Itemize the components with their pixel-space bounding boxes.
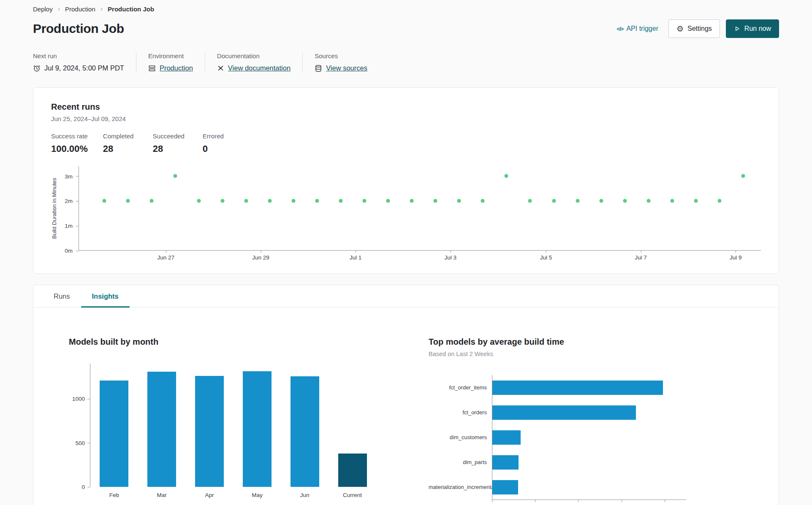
- run-duration-point[interactable]: [434, 199, 437, 203]
- run-duration-point[interactable]: [173, 174, 177, 178]
- run-duration-point[interactable]: [315, 199, 319, 203]
- bar-track: [492, 375, 686, 400]
- run-duration-point[interactable]: [457, 199, 461, 203]
- run-duration-point[interactable]: [363, 199, 367, 203]
- model-label: dim_customers: [429, 434, 492, 440]
- run-now-button[interactable]: Run now: [726, 19, 779, 38]
- run-duration-point[interactable]: [646, 199, 650, 203]
- stat-label: Errored: [203, 132, 237, 140]
- alarm-clock-icon: [33, 65, 41, 72]
- models-by-month-plot: FebMarAprMayJunCurrent: [90, 364, 376, 487]
- environment-label: Environment: [148, 52, 193, 59]
- bar-track: [492, 400, 686, 425]
- api-trigger-label: API trigger: [626, 25, 658, 32]
- run-duration-point[interactable]: [552, 199, 556, 203]
- y-tick-label: 1000: [72, 396, 85, 402]
- run-duration-point[interactable]: [102, 199, 106, 203]
- x-tick-label: Jul 1: [350, 254, 362, 261]
- chevron-right-icon: ›: [100, 5, 103, 13]
- run-duration-point[interactable]: [576, 199, 579, 203]
- breadcrumb: Deploy › Production › Production Job: [33, 5, 779, 13]
- models-by-month-chart: 05001000 FebMarAprMayJunCurrent: [69, 364, 390, 487]
- stat-value: 28: [153, 143, 187, 154]
- breadcrumb-item-production[interactable]: Production: [65, 5, 95, 13]
- month-bar-current: [338, 454, 367, 487]
- bar-track: [492, 475, 686, 500]
- stat-errored: Errored 0: [203, 132, 237, 154]
- run-duration-point[interactable]: [149, 199, 153, 203]
- category-label: Feb: [109, 492, 119, 498]
- run-duration-point[interactable]: [481, 199, 485, 203]
- gear-icon: ⚙: [676, 25, 684, 33]
- run-duration-point[interactable]: [670, 199, 674, 203]
- run-duration-point[interactable]: [694, 199, 698, 203]
- settings-button[interactable]: ⚙ Settings: [668, 19, 720, 38]
- run-duration-ylabel: Build Duration in Minutes: [51, 166, 57, 251]
- run-duration-point[interactable]: [220, 199, 224, 203]
- y-tick-label: 0m: [65, 248, 73, 254]
- run-duration-point[interactable]: [599, 199, 603, 203]
- run-duration-point[interactable]: [244, 199, 248, 203]
- environment-info: Environment Production: [136, 52, 205, 72]
- view-sources-link[interactable]: View sources: [326, 64, 367, 72]
- top-models-title: Top models by average build time: [429, 337, 758, 347]
- month-bar-apr: [195, 376, 224, 487]
- run-duration-point[interactable]: [339, 199, 343, 203]
- run-duration-yticks: 0m1m2m3m: [59, 166, 79, 251]
- play-icon: [734, 25, 741, 32]
- breadcrumb-item-production-job: Production Job: [108, 5, 154, 13]
- build-time-bar-dim_customers: [492, 430, 521, 445]
- run-duration-point[interactable]: [197, 199, 201, 203]
- category-label: May: [252, 492, 263, 498]
- build-time-bar-dim_parts: [492, 455, 519, 470]
- tab-bar: Runs Insights: [33, 285, 779, 308]
- environment-link[interactable]: Production: [160, 64, 193, 72]
- tab-insights[interactable]: Insights: [81, 285, 130, 307]
- run-duration-point[interactable]: [410, 199, 414, 203]
- model-label: fct_order_items: [429, 384, 492, 391]
- build-time-bar-fct_orders: [492, 405, 636, 420]
- y-tick-label: 500: [75, 440, 85, 446]
- model-label: fct_orders: [429, 409, 492, 416]
- run-duration-point[interactable]: [623, 199, 627, 203]
- page: Deploy › Production › Production Job Pro…: [0, 0, 812, 505]
- y-tick-label: 0: [81, 484, 85, 490]
- month-bar-feb: [100, 381, 128, 487]
- stat-label: Success rate: [51, 132, 88, 140]
- y-tick-label: 3m: [65, 173, 73, 179]
- next-run-info: Next run Jul 9, 2024, 5:00 PM PDT: [33, 52, 136, 72]
- api-trigger-link[interactable]: </> API trigger: [617, 25, 658, 32]
- header-actions: </> API trigger ⚙ Settings Run now: [617, 19, 779, 38]
- bar-track: [492, 425, 686, 450]
- recent-runs-card: Recent runs Jun 25, 2024–Jul 09, 2024 Su…: [33, 87, 779, 274]
- tab-runs[interactable]: Runs: [43, 285, 81, 307]
- sources-label: Sources: [315, 52, 367, 59]
- insights-panel: Models built by month 05001000 FebMarApr…: [33, 308, 779, 505]
- top-models-section: Top models by average build time Based o…: [390, 337, 758, 505]
- run-duration-point[interactable]: [741, 174, 745, 178]
- model-row: dim_customers: [429, 425, 686, 450]
- y-tick-label: 2m: [65, 198, 73, 204]
- model-row: fct_orders: [429, 400, 686, 425]
- x-tick-label: Jul 7: [635, 254, 647, 261]
- run-duration-point[interactable]: [386, 199, 390, 203]
- run-duration-plot: [79, 166, 761, 251]
- top-models-subtitle: Based on Last 2 Weeks: [429, 351, 758, 357]
- run-duration-point[interactable]: [126, 199, 130, 203]
- run-duration-chart: Build Duration in Minutes 0m1m2m3m Jun 2…: [51, 166, 761, 263]
- stat-label: Succeeded: [153, 132, 187, 140]
- run-duration-point[interactable]: [292, 199, 296, 203]
- page-title: Production Job: [33, 22, 124, 36]
- breadcrumb-item-deploy[interactable]: Deploy: [33, 5, 53, 13]
- run-duration-point[interactable]: [268, 199, 272, 203]
- documentation-icon: [217, 65, 224, 72]
- model-row: materialization_incremental: [429, 475, 686, 500]
- category-label: Apr: [205, 492, 214, 498]
- run-duration-point[interactable]: [717, 199, 721, 203]
- top-models-rows: fct_order_itemsfct_ordersdim_customersdi…: [429, 375, 686, 500]
- top-models-chart: fct_order_itemsfct_ordersdim_customersdi…: [429, 375, 686, 505]
- run-duration-point[interactable]: [505, 174, 508, 178]
- run-duration-point[interactable]: [528, 199, 532, 203]
- view-documentation-link[interactable]: View documentation: [228, 64, 291, 72]
- code-icon: </>: [617, 26, 624, 32]
